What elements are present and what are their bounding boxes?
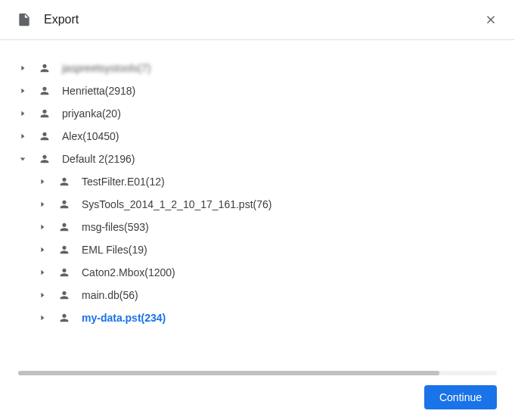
svg-marker-3 xyxy=(21,89,24,93)
close-button[interactable] xyxy=(482,11,500,29)
chevron-right-icon[interactable] xyxy=(38,222,47,232)
svg-marker-7 xyxy=(41,179,44,184)
svg-marker-8 xyxy=(41,202,44,207)
svg-marker-11 xyxy=(41,270,44,275)
svg-marker-10 xyxy=(41,247,44,252)
svg-marker-13 xyxy=(41,316,44,320)
chevron-right-icon[interactable] xyxy=(18,109,27,118)
chevron-right-icon[interactable] xyxy=(38,291,47,300)
tree-item-label: jaspreetsystools(7) xyxy=(62,62,151,74)
svg-marker-2 xyxy=(21,66,24,70)
svg-marker-9 xyxy=(41,225,44,229)
person-icon xyxy=(57,175,71,188)
tree-row[interactable]: Default 2(2196) xyxy=(18,148,497,170)
person-icon xyxy=(57,220,71,234)
person-icon xyxy=(38,129,51,143)
tree-item-label: my-data.pst(234) xyxy=(82,312,166,324)
document-icon xyxy=(15,11,33,29)
tree-row[interactable]: EML Files(19) xyxy=(18,238,497,261)
tree-item-label: priyanka(20) xyxy=(62,107,121,120)
svg-marker-6 xyxy=(20,157,25,160)
chevron-right-icon[interactable] xyxy=(18,64,27,73)
chevron-right-icon[interactable] xyxy=(18,86,27,95)
tree-row[interactable]: main.db(56) xyxy=(18,284,497,306)
tree-item-label: Alex(10450) xyxy=(62,130,119,142)
chevron-right-icon[interactable] xyxy=(38,245,47,254)
svg-marker-12 xyxy=(41,293,44,297)
person-icon xyxy=(57,243,71,257)
tree-row[interactable]: Henrietta(2918) xyxy=(18,79,497,102)
svg-marker-4 xyxy=(21,111,24,116)
tree-item-label: Henrietta(2918) xyxy=(62,85,135,97)
tree-row[interactable]: jaspreetsystools(7) xyxy=(18,57,497,79)
tree-row[interactable]: TestFilter.E01(12) xyxy=(18,170,497,193)
chevron-down-icon[interactable] xyxy=(18,154,27,163)
chevron-right-icon[interactable] xyxy=(38,313,47,322)
person-icon xyxy=(57,266,71,279)
continue-button[interactable]: Continue xyxy=(424,385,497,409)
chevron-right-icon[interactable] xyxy=(38,200,47,209)
tree-row[interactable]: Alex(10450) xyxy=(18,125,497,148)
dialog-footer: Continue xyxy=(424,385,497,409)
person-icon xyxy=(57,198,71,211)
person-icon xyxy=(38,84,51,98)
tree-item-label: Caton2.Mbox(1200) xyxy=(82,266,175,278)
person-icon xyxy=(57,288,71,302)
tree-row[interactable]: SysTools_2014_1_2_10_17_161.pst(76) xyxy=(18,193,497,216)
tree-item-label: main.db(56) xyxy=(82,289,138,301)
tree-row[interactable]: msg-files(593) xyxy=(18,216,497,238)
person-icon xyxy=(38,107,51,120)
tree-item-label: Default 2(2196) xyxy=(62,153,135,165)
dialog-header: Export xyxy=(0,0,515,40)
person-icon xyxy=(57,311,71,325)
dialog-body: jaspreetsystools(7)Henrietta(2918)priyan… xyxy=(0,40,515,373)
svg-marker-5 xyxy=(21,134,24,138)
chevron-right-icon[interactable] xyxy=(38,268,47,277)
close-icon xyxy=(484,13,498,26)
tree-item-label: TestFilter.E01(12) xyxy=(82,176,165,188)
person-icon xyxy=(38,152,51,166)
dialog-title: Export xyxy=(44,13,79,26)
tree-item-label: EML Files(19) xyxy=(82,244,147,256)
tree-row[interactable]: my-data.pst(234) xyxy=(18,306,497,329)
tree-item-label: msg-files(593) xyxy=(82,221,149,233)
tree-row[interactable]: priyanka(20) xyxy=(18,102,497,125)
scrollbar-thumb[interactable] xyxy=(18,371,439,375)
tree-row[interactable]: Caton2.Mbox(1200) xyxy=(18,261,497,284)
chevron-right-icon[interactable] xyxy=(18,132,27,141)
user-tree: jaspreetsystools(7)Henrietta(2918)priyan… xyxy=(18,57,497,329)
horizontal-scrollbar[interactable] xyxy=(18,371,497,375)
person-icon xyxy=(38,61,51,75)
chevron-right-icon[interactable] xyxy=(38,177,47,186)
tree-item-label: SysTools_2014_1_2_10_17_161.pst(76) xyxy=(82,198,271,210)
